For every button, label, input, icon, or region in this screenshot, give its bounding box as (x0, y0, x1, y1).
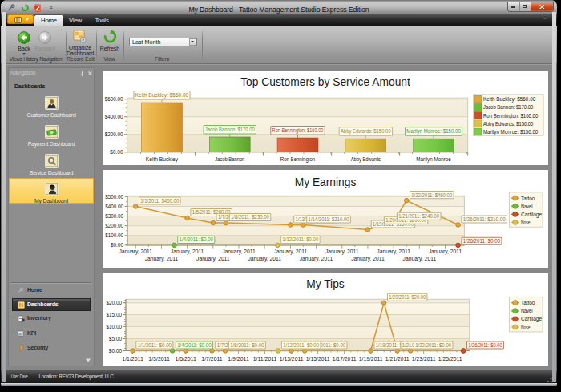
svg-text:Ron Bennington: $160.00: Ron Bennington: $160.00 (483, 112, 538, 119)
svg-text:1/26/2011: $0.00: 1/26/2011: $0.00 (463, 238, 501, 244)
svg-text:Cartilage: Cartilage (521, 316, 542, 323)
svg-text:Navel: Navel (521, 308, 533, 315)
svg-text:1/21/2011: 1/21/2011 (385, 356, 410, 362)
svg-text:$200.00: $200.00 (105, 131, 123, 138)
svg-text:Jacob Bannon: Jacob Bannon (215, 156, 244, 163)
svg-text:Jacob Bannon: $170.00: Jacob Bannon: $170.00 (205, 127, 255, 132)
svg-text:1/26/2011: $210.00: 1/26/2011: $210.00 (463, 216, 506, 222)
svg-text:1/7/2011: 1/7/2011 (201, 356, 222, 362)
svg-text:1/12/2011: $0.00: 1/12/2011: $0.00 (282, 237, 318, 243)
svg-text:Abby Edwards: $150.00: Abby Edwards: $150.00 (341, 128, 391, 135)
svg-text:1/14/2011: $210.00: 1/14/2011: $210.00 (309, 216, 349, 222)
svg-text:1/19/2011: 1/19/2011 (359, 356, 383, 362)
svg-text:1/21/2011: $240.00: 1/21/2011: $240.00 (398, 214, 439, 220)
svg-text:$20.00: $20.00 (107, 300, 123, 307)
svg-text:Nose: Nose (521, 324, 531, 331)
svg-text:January, 2011: January, 2011 (274, 249, 308, 255)
svg-text:My Earnings: My Earnings (295, 176, 357, 188)
svg-text:$400.00: $400.00 (105, 203, 123, 210)
svg-text:January, 2011: January, 2011 (145, 256, 179, 262)
svg-text:1/11/2011: 1/11/2011 (253, 356, 277, 362)
svg-text:Marilyn Monroe: $150.00: Marilyn Monroe: $150.00 (406, 128, 461, 135)
svg-text:Ron Bennington: $160.00: Ron Bennington: $160.00 (272, 127, 324, 134)
svg-text:My Tips: My Tips (306, 277, 345, 290)
svg-text:1/20/2011: $20.00: 1/20/2011: $20.00 (389, 294, 426, 300)
svg-text:January, 2011: January, 2011 (248, 256, 281, 262)
svg-text:January, 2011: January, 2011 (300, 256, 333, 262)
svg-text:1/23/2011: 1/23/2011 (412, 356, 436, 362)
svg-text:January, 2011: January, 2011 (377, 249, 410, 255)
svg-text:$300.00: $300.00 (105, 212, 123, 220)
svg-text:January, 2011: January, 2011 (196, 256, 230, 262)
svg-text:Marilyn Monroe: Marilyn Monroe (416, 156, 450, 163)
svg-text:User: Dave: User: Dave (11, 374, 28, 379)
svg-text:1/22/2011: $460.00: 1/22/2011: $460.00 (411, 192, 452, 198)
svg-text:1/3/2011: 1/3/2011 (148, 356, 169, 362)
svg-text:January, 2011: January, 2011 (325, 249, 359, 255)
svg-text:1/13/2011: 1/13/2011 (280, 356, 304, 362)
svg-text:Jacob Bannon: $170.00: Jacob Bannon: $170.00 (483, 103, 533, 111)
svg-text:$0.00: $0.00 (110, 148, 123, 156)
svg-text:Location: REV23 Development, L: Location: REV23 Development, LLC (39, 374, 114, 380)
svg-text:1/26/2011: $0.00: 1/26/2011: $0.00 (468, 342, 502, 348)
svg-text:Tattoo: Tattoo (521, 300, 535, 307)
svg-text:January, 2011: January, 2011 (403, 256, 437, 262)
svg-text:Navel: Navel (521, 203, 533, 210)
svg-text:Abby Edwards: $150.00: Abby Edwards: $150.00 (483, 120, 533, 127)
svg-text:$600.00: $600.00 (105, 95, 123, 103)
svg-text:$500.00: $500.00 (105, 193, 123, 200)
svg-text:1/5/2011: 1/5/2011 (175, 356, 196, 362)
svg-text:$400.00: $400.00 (105, 113, 123, 120)
svg-text:Tattoo: Tattoo (521, 195, 535, 202)
svg-text:1/12/2011: $0.00: 1/12/2011: $0.00 (283, 342, 319, 348)
svg-text:January, 2011: January, 2011 (171, 249, 204, 255)
svg-text:January, 2011: January, 2011 (351, 256, 385, 262)
svg-text:Keith Buckley: Keith Buckley (146, 156, 179, 163)
svg-text:1/25/2011: 1/25/2011 (438, 356, 462, 362)
svg-text:1/17/2011: 1/17/2011 (333, 356, 357, 362)
svg-text:$0.00: $0.00 (111, 242, 123, 249)
svg-text:Keith Buckley: $560.00: Keith Buckley: $560.00 (483, 95, 535, 103)
svg-text:Nose: Nose (521, 219, 531, 226)
svg-text:Ron Bennington: Ron Bennington (280, 156, 315, 163)
svg-text:1/4/2011: $0.00: 1/4/2011: $0.00 (177, 342, 212, 348)
svg-text:Marilyn Monroe: $150.00: Marilyn Monroe: $150.00 (483, 128, 538, 135)
svg-text:1/9/2011: 1/9/2011 (228, 356, 248, 362)
svg-text:$200.00: $200.00 (105, 223, 123, 230)
svg-text:1/1/2011: $0.00: 1/1/2011: $0.00 (138, 342, 172, 348)
svg-text:Keith Buckley: $560.00: Keith Buckley: $560.00 (135, 92, 189, 99)
svg-text:$0.00: $0.00 (109, 347, 122, 354)
svg-text:1/15/2011: 1/15/2011 (306, 356, 330, 362)
svg-text:1/22/2011: $0.00: 1/22/2011: $0.00 (415, 342, 451, 348)
svg-text:Top Customers by Service Amoun: Top Customers by Service Amount (240, 75, 410, 88)
svg-text:1/8/2011: $0.00: 1/8/2011: $0.00 (230, 342, 264, 348)
svg-text:January, 2011: January, 2011 (119, 249, 152, 255)
svg-text:1/1/2011: 1/1/2011 (122, 356, 143, 362)
svg-text:$100.00: $100.00 (105, 232, 123, 240)
svg-text:1/4/2011: $0.00: 1/4/2011: $0.00 (180, 237, 214, 243)
svg-text:$10.00: $10.00 (107, 323, 123, 330)
svg-text:January, 2011: January, 2011 (429, 249, 462, 255)
svg-text:1/8/2011: $230.00: 1/8/2011: $230.00 (231, 215, 269, 220)
svg-text:1/1/2011: $400.00: 1/1/2011: $400.00 (140, 198, 179, 204)
svg-text:Abby Edwards: Abby Edwards (351, 156, 381, 163)
svg-text:January, 2011: January, 2011 (222, 249, 256, 255)
svg-text:Cartilage: Cartilage (521, 211, 542, 218)
svg-text:$5.00: $5.00 (109, 335, 122, 342)
svg-text:$15.00: $15.00 (107, 311, 123, 318)
